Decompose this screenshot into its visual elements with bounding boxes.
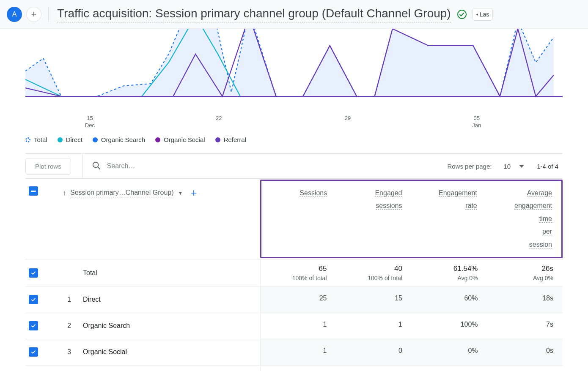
metric-cell: 0s [487,339,563,365]
search-input[interactable] [107,162,217,170]
rows-per-page-label: Rows per page: [447,163,492,170]
legend-item[interactable]: Total [25,136,47,143]
table-row[interactable]: 2 Organic Search11100%7s [25,313,563,339]
page-title[interactable]: Traffic acquisition: Session primary cha… [57,6,451,22]
row-dimension: Direct [83,296,101,303]
legend-color-icon [215,137,220,142]
sort-arrow-icon[interactable]: ↑ [63,189,66,197]
legend-item[interactable]: Direct [58,136,82,143]
metric-cell: 15 [336,287,412,313]
rows-per-page-select[interactable]: 10 [503,163,524,170]
add-dimension-button[interactable]: + [187,186,200,199]
table-header: ↑ Session primary…Channel Group) ▼ + Ses… [25,179,563,259]
metric-header[interactable]: Engagementrate [412,181,486,257]
legend-color-icon [155,137,160,142]
row-index: 3 [52,348,71,356]
metric-cell: 33s [487,366,563,371]
metric-cell: 7s [487,313,563,339]
pagination-range: 1-4 of 4 [537,163,563,170]
x-axis-tick: 22 [216,115,222,122]
svg-line-4 [97,166,100,169]
metric-cell: 100% [412,313,487,339]
dimension-header[interactable]: Session primary…Channel Group) [70,189,174,197]
total-metric-cell: 65100% of total [261,259,336,286]
legend-label: Direct [66,136,82,143]
metric-cell: 38 [261,366,336,371]
row-index: 1 [52,296,71,303]
metric-cell: 24 [336,366,412,371]
table-row[interactable]: 1 Direct251560%18s [25,287,563,313]
date-range-label: Las [480,11,489,18]
data-table: ↑ Session primary…Channel Group) ▼ + Ses… [25,179,563,371]
metric-cell: 63.16% [412,366,487,371]
row-dimension: Organic Search [83,322,130,330]
metric-cell: 0% [412,339,487,365]
divider [48,7,49,22]
add-segment-button[interactable]: + [26,7,41,22]
plot-rows-button[interactable]: Plot rows [25,158,71,175]
metric-cell: 1 [261,339,336,365]
metric-header[interactable]: Averageengagementtimepersession [486,181,561,257]
legend-item[interactable]: Organic Search [93,136,145,143]
total-metric-cell: 40100% of total [336,259,412,286]
metric-header[interactable]: Engagedsessions [336,181,411,257]
chevron-down-icon [519,165,524,168]
row-dimension: Organic Social [83,348,127,356]
table-toolbar: Plot rows Rows per page: 10 1-4 of 4 [25,153,563,179]
legend-label: Total [34,136,47,143]
x-axis-tick: 05Jan [472,115,481,129]
metric-cell: 60% [412,287,487,313]
chart-area: 0 15Dec222905Jan [0,29,588,132]
metric-cell: 18s [487,287,563,313]
table-row[interactable]: 3 Organic Social100%0s [25,339,563,366]
metric-cell: 1 [261,313,336,339]
metric-header[interactable]: Sessions [261,181,336,257]
metric-cell: 1 [336,313,412,339]
top-bar: A + Traffic acquisition: Session primary… [0,0,588,29]
row-checkbox[interactable] [29,347,38,357]
total-metric-cell: 26sAvg 0% [487,259,563,286]
rows-per-page-value: 10 [503,163,511,170]
status-ok-icon[interactable] [457,9,467,19]
total-metric-cell: 61.54%Avg 0% [412,259,487,286]
table-row[interactable]: 4 Referral382463.16%33s [25,366,563,371]
line-chart [25,29,563,113]
metrics-header-highlight: SessionsEngagedsessionsEngagementrateAve… [260,180,563,258]
legend-label: Organic Social [164,136,205,143]
legend-item[interactable]: Organic Social [155,136,205,143]
row-index: 2 [52,322,71,330]
totals-row: Total 65100% of total40100% of total61.5… [25,259,563,287]
x-axis-tick: 15Dec [85,115,95,129]
row-checkbox[interactable] [29,295,38,304]
date-range-picker[interactable]: ◂Las [472,8,493,21]
legend-item[interactable]: Referral [215,136,246,143]
legend-color-icon [93,137,98,142]
legend-color-icon [25,137,30,142]
segment-chip[interactable]: A [7,7,22,22]
select-all-checkbox[interactable] [29,186,38,196]
row-checkbox[interactable] [29,268,38,278]
legend-label: Organic Search [101,136,145,143]
chart-legend: TotalDirectOrganic SearchOrganic SocialR… [25,132,563,153]
metric-cell: 25 [261,287,336,313]
total-label: Total [83,269,97,277]
row-checkbox[interactable] [29,321,38,330]
divider [82,154,82,178]
x-axis-tick: 29 [345,115,351,122]
legend-color-icon [58,137,63,142]
dimension-dropdown[interactable]: ▼ [178,190,183,196]
search-icon [92,161,101,172]
metric-cell: 0 [336,339,412,365]
legend-label: Referral [224,136,246,143]
